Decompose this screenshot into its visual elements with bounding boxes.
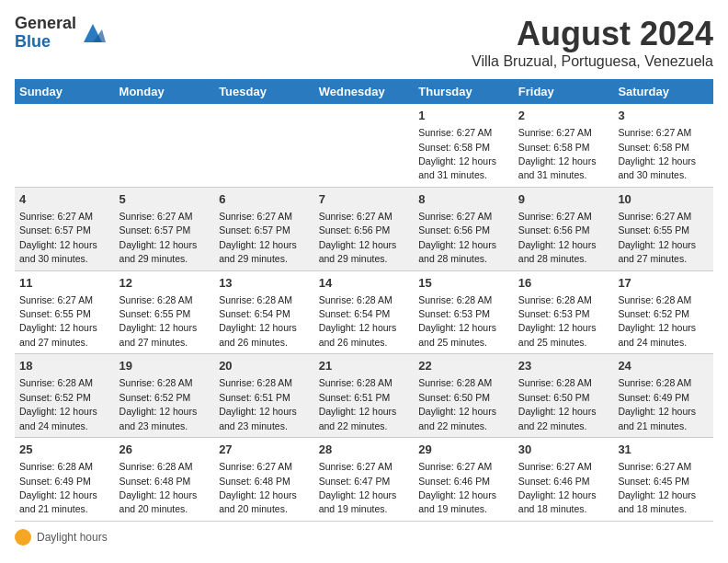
day-number: 11 xyxy=(19,275,110,292)
calendar-cell: 6Sunrise: 6:27 AM Sunset: 6:57 PM Daylig… xyxy=(214,187,314,270)
logo-icon xyxy=(80,20,106,46)
calendar-cell: 30Sunrise: 6:27 AM Sunset: 6:46 PM Dayli… xyxy=(514,438,614,522)
day-info: Sunrise: 6:27 AM Sunset: 6:45 PM Dayligh… xyxy=(618,461,696,514)
day-number: 28 xyxy=(319,442,410,458)
calendar-cell: 17Sunrise: 6:28 AM Sunset: 6:52 PM Dayli… xyxy=(613,270,713,354)
day-info: Sunrise: 6:27 AM Sunset: 6:57 PM Dayligh… xyxy=(119,211,198,264)
calendar-cell: 26Sunrise: 6:28 AM Sunset: 6:48 PM Dayli… xyxy=(115,438,215,522)
daylight-label: Daylight hours xyxy=(37,531,108,544)
calendar-cell: 28Sunrise: 6:27 AM Sunset: 6:47 PM Dayli… xyxy=(314,438,415,522)
calendar-cell xyxy=(214,104,314,187)
day-info: Sunrise: 6:27 AM Sunset: 6:46 PM Dayligh… xyxy=(518,461,597,514)
logo-general-text: General xyxy=(15,15,76,33)
calendar-cell: 22Sunrise: 6:28 AM Sunset: 6:50 PM Dayli… xyxy=(414,354,514,438)
calendar-cell: 21Sunrise: 6:28 AM Sunset: 6:51 PM Dayli… xyxy=(314,354,415,438)
subtitle: Villa Bruzual, Portuguesa, Venezuela xyxy=(472,53,713,70)
day-number: 23 xyxy=(518,358,609,374)
day-info: Sunrise: 6:27 AM Sunset: 6:58 PM Dayligh… xyxy=(418,127,496,180)
day-info: Sunrise: 6:28 AM Sunset: 6:52 PM Dayligh… xyxy=(618,294,696,348)
day-info: Sunrise: 6:27 AM Sunset: 6:46 PM Dayligh… xyxy=(418,461,496,514)
day-info: Sunrise: 6:27 AM Sunset: 6:58 PM Dayligh… xyxy=(518,127,597,180)
day-header-monday: Monday xyxy=(115,79,215,104)
calendar-cell: 27Sunrise: 6:27 AM Sunset: 6:48 PM Dayli… xyxy=(214,438,314,522)
main-title: August 2024 xyxy=(472,15,713,53)
logo-blue-text: Blue xyxy=(15,33,76,52)
calendar-cell: 31Sunrise: 6:27 AM Sunset: 6:45 PM Dayli… xyxy=(613,438,713,522)
calendar-table: SundayMondayTuesdayWednesdayThursdayFrid… xyxy=(15,79,713,522)
day-number: 9 xyxy=(518,191,609,208)
day-info: Sunrise: 6:28 AM Sunset: 6:51 PM Dayligh… xyxy=(219,377,297,431)
day-header-sunday: Sunday xyxy=(15,79,115,104)
day-info: Sunrise: 6:28 AM Sunset: 6:53 PM Dayligh… xyxy=(418,294,496,348)
calendar-cell: 1Sunrise: 6:27 AM Sunset: 6:58 PM Daylig… xyxy=(414,104,514,187)
day-number: 13 xyxy=(219,275,310,292)
calendar-cell: 23Sunrise: 6:28 AM Sunset: 6:50 PM Dayli… xyxy=(514,354,614,438)
sun-icon xyxy=(15,529,31,546)
day-number: 27 xyxy=(219,442,310,458)
day-info: Sunrise: 6:28 AM Sunset: 6:49 PM Dayligh… xyxy=(618,377,696,431)
calendar-cell: 24Sunrise: 6:28 AM Sunset: 6:49 PM Dayli… xyxy=(613,354,713,438)
day-number: 1 xyxy=(418,108,509,124)
day-number: 15 xyxy=(418,275,509,292)
day-number: 7 xyxy=(319,191,410,208)
calendar-cell: 16Sunrise: 6:28 AM Sunset: 6:53 PM Dayli… xyxy=(514,270,614,354)
day-number: 18 xyxy=(19,358,110,374)
day-number: 31 xyxy=(618,442,709,458)
day-info: Sunrise: 6:28 AM Sunset: 6:50 PM Dayligh… xyxy=(518,377,597,431)
day-number: 16 xyxy=(518,275,609,292)
calendar-cell: 7Sunrise: 6:27 AM Sunset: 6:56 PM Daylig… xyxy=(314,187,415,270)
day-header-friday: Friday xyxy=(514,79,614,104)
day-number: 20 xyxy=(219,358,310,374)
footer-note: Daylight hours xyxy=(15,529,713,546)
calendar-cell: 14Sunrise: 6:28 AM Sunset: 6:54 PM Dayli… xyxy=(314,270,415,354)
day-info: Sunrise: 6:27 AM Sunset: 6:58 PM Dayligh… xyxy=(618,127,696,180)
calendar-cell: 13Sunrise: 6:28 AM Sunset: 6:54 PM Dayli… xyxy=(214,270,314,354)
day-header-wednesday: Wednesday xyxy=(314,79,415,104)
day-info: Sunrise: 6:28 AM Sunset: 6:54 PM Dayligh… xyxy=(319,294,397,348)
day-info: Sunrise: 6:28 AM Sunset: 6:50 PM Dayligh… xyxy=(418,377,496,431)
day-number: 30 xyxy=(518,442,609,458)
calendar-cell: 9Sunrise: 6:27 AM Sunset: 6:56 PM Daylig… xyxy=(514,187,614,270)
day-info: Sunrise: 6:27 AM Sunset: 6:56 PM Dayligh… xyxy=(418,211,496,264)
day-number: 21 xyxy=(319,358,410,374)
day-number: 3 xyxy=(618,108,709,124)
day-number: 2 xyxy=(518,108,609,124)
day-number: 25 xyxy=(19,442,110,458)
calendar-cell: 15Sunrise: 6:28 AM Sunset: 6:53 PM Dayli… xyxy=(414,270,514,354)
day-number: 22 xyxy=(418,358,509,374)
day-info: Sunrise: 6:27 AM Sunset: 6:56 PM Dayligh… xyxy=(319,211,397,264)
calendar-cell: 29Sunrise: 6:27 AM Sunset: 6:46 PM Dayli… xyxy=(414,438,514,522)
calendar-cell: 5Sunrise: 6:27 AM Sunset: 6:57 PM Daylig… xyxy=(115,187,215,270)
day-info: Sunrise: 6:27 AM Sunset: 6:56 PM Dayligh… xyxy=(518,211,597,264)
title-block: August 2024 Villa Bruzual, Portuguesa, V… xyxy=(472,15,713,70)
day-info: Sunrise: 6:28 AM Sunset: 6:49 PM Dayligh… xyxy=(19,461,97,514)
calendar-cell xyxy=(314,104,415,187)
day-info: Sunrise: 6:28 AM Sunset: 6:52 PM Dayligh… xyxy=(119,377,198,431)
page-header: General Blue August 2024 Villa Bruzual, … xyxy=(15,15,713,70)
day-info: Sunrise: 6:28 AM Sunset: 6:53 PM Dayligh… xyxy=(518,294,597,348)
day-number: 24 xyxy=(618,358,709,374)
day-info: Sunrise: 6:28 AM Sunset: 6:52 PM Dayligh… xyxy=(19,377,97,431)
calendar-cell: 2Sunrise: 6:27 AM Sunset: 6:58 PM Daylig… xyxy=(514,104,614,187)
day-number: 6 xyxy=(219,191,310,208)
day-info: Sunrise: 6:27 AM Sunset: 6:57 PM Dayligh… xyxy=(19,211,97,264)
calendar-cell: 10Sunrise: 6:27 AM Sunset: 6:55 PM Dayli… xyxy=(613,187,713,270)
day-info: Sunrise: 6:28 AM Sunset: 6:55 PM Dayligh… xyxy=(119,294,198,348)
day-info: Sunrise: 6:27 AM Sunset: 6:55 PM Dayligh… xyxy=(19,294,97,348)
day-number: 10 xyxy=(618,191,709,208)
calendar-cell: 4Sunrise: 6:27 AM Sunset: 6:57 PM Daylig… xyxy=(15,187,115,270)
day-number: 4 xyxy=(19,191,110,208)
day-header-saturday: Saturday xyxy=(613,79,713,104)
calendar-cell xyxy=(15,104,115,187)
calendar-cell: 18Sunrise: 6:28 AM Sunset: 6:52 PM Dayli… xyxy=(15,354,115,438)
day-info: Sunrise: 6:28 AM Sunset: 6:51 PM Dayligh… xyxy=(319,377,397,431)
day-number: 26 xyxy=(119,442,210,458)
calendar-cell: 3Sunrise: 6:27 AM Sunset: 6:58 PM Daylig… xyxy=(613,104,713,187)
day-info: Sunrise: 6:28 AM Sunset: 6:48 PM Dayligh… xyxy=(119,461,198,514)
calendar-cell: 12Sunrise: 6:28 AM Sunset: 6:55 PM Dayli… xyxy=(115,270,215,354)
day-info: Sunrise: 6:27 AM Sunset: 6:55 PM Dayligh… xyxy=(618,211,696,264)
day-number: 8 xyxy=(418,191,509,208)
day-number: 5 xyxy=(119,191,210,208)
day-info: Sunrise: 6:28 AM Sunset: 6:54 PM Dayligh… xyxy=(219,294,297,348)
day-header-thursday: Thursday xyxy=(414,79,514,104)
